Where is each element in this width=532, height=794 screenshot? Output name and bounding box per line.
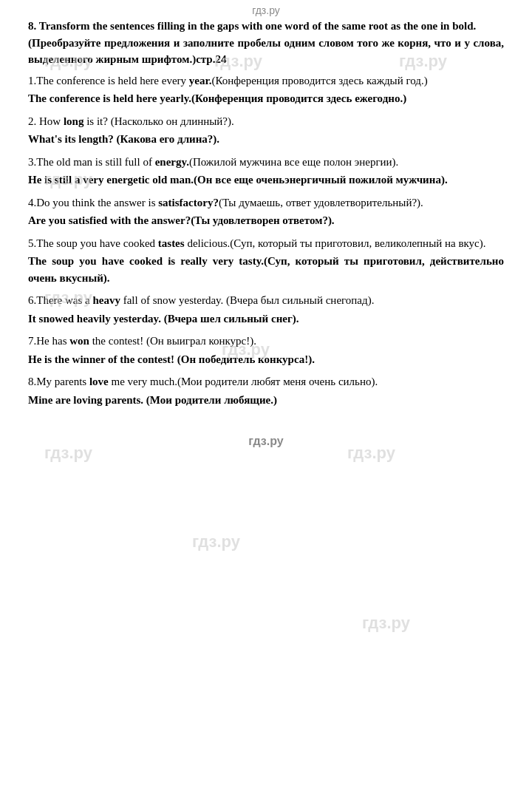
task-title-en: Transform the sentences filling in the g… [39, 20, 477, 32]
item-3-answer: He is still a very energetic old man.(Он… [28, 172, 504, 189]
item-1-original: 1.The conference is held here every year… [28, 72, 504, 89]
item-3-original: 3.The old man is still full of energy.(П… [28, 154, 504, 171]
section-5: 5.The soup you have cooked tastes delici… [28, 235, 504, 287]
task-title-ru: (Преобразуйте предложения и заполните пр… [28, 37, 504, 66]
item-5-answer: The soup you have cooked is really very … [28, 253, 504, 286]
item-2-answer: What's its length? (Какова его длина?). [28, 131, 504, 148]
item-7-answer: He is the winner of the contest! (Он поб… [28, 351, 504, 368]
overlay-9: гдз.ру [192, 532, 240, 552]
item-2-original: 2. How long is it? (Насколько он длинный… [28, 113, 504, 130]
section-2: 2. How long is it? (Насколько он длинный… [28, 113, 504, 148]
item-6-answer: It snowed heavily yesterday. (Вчера шел … [28, 311, 504, 328]
task-header: 8. Transform the sentences filling in th… [28, 18, 504, 68]
item-6-original: 6.There was a heavy fall of snow yesterd… [28, 292, 504, 309]
item-8-original: 8.My parents love me very much.(Мои роди… [28, 373, 504, 390]
item-7-original: 7.He has won the contest! (Он выиграл ко… [28, 333, 504, 350]
task-number: 8. [28, 20, 36, 32]
item-4-original: 4.Do you think the answer is satisfactor… [28, 194, 504, 211]
overlay-10: гдз.ру [362, 614, 410, 633]
watermark-top: гдз.ру [0, 0, 532, 18]
item-4-answer: Are you satisfied with the answer?(Ты уд… [28, 212, 504, 229]
watermark-bottom: гдз.ру [0, 421, 532, 455]
section-7: 7.He has won the contest! (Он выиграл ко… [28, 333, 504, 367]
section-3: 3.The old man is still full of energy.(П… [28, 154, 504, 189]
item-5-original: 5.The soup you have cooked tastes delici… [28, 235, 504, 252]
section-4: 4.Do you think the answer is satisfactor… [28, 194, 504, 229]
section-8: 8.My parents love me very much.(Мои роди… [28, 373, 504, 408]
item-8-answer: Mine are loving parents. (Мои родители л… [28, 392, 504, 409]
section-1: 1.The conference is held here every year… [28, 72, 504, 107]
section-6: 6.There was a heavy fall of snow yesterd… [28, 292, 504, 327]
item-1-answer: The conference is held here yearly.(Конф… [28, 90, 504, 107]
